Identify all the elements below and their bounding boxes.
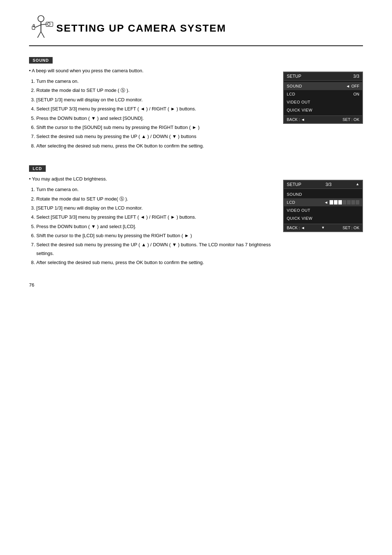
- sound-note: A beep will sound when you press the cam…: [29, 68, 272, 73]
- lcd-steps: Turn the camera on. Rotate the mode dial…: [29, 185, 272, 267]
- lcd-row-lcd: LCD ON: [284, 90, 362, 98]
- brightness-seg-empty: [351, 200, 355, 204]
- list-item: Rotate the mode dial to SET UP mode( Ⓢ︎ …: [36, 195, 272, 203]
- list-item: Press the DOWN button ( ▼ ) and select […: [36, 222, 272, 231]
- lcd-note: You may adjust the LCD brightness.: [29, 176, 272, 182]
- lcd-row-label: VIDEO OUT: [287, 100, 359, 104]
- lcd-footer: BACK : ◄ SET : OK: [284, 116, 362, 123]
- lcd-section: LCD You may adjust the LCD brightness. T…: [29, 165, 363, 268]
- sound-instructions: A beep will sound when you press the cam…: [29, 68, 272, 151]
- brightness-seg: [330, 200, 333, 204]
- list-item: Select [SETUP 3/3] menu by pressing the …: [36, 213, 272, 221]
- lcd-left-arrow: ◄: [346, 84, 350, 88]
- lcd-header2: SETUP 3/3 ▲: [284, 181, 362, 189]
- list-item: Select the desired sub menu by pressing …: [36, 240, 272, 258]
- lcd-header-page: 3/3: [353, 74, 359, 79]
- brightness-seg-empty: [347, 200, 351, 204]
- lcd-left-arrow2: ◄: [324, 200, 328, 204]
- list-item: Press the DOWN button ( ▼ ) and select […: [36, 114, 272, 122]
- brightness-bar: [330, 200, 359, 204]
- lcd-row-lcd2: LCD ◄: [284, 198, 362, 206]
- sound-content: A beep will sound when you press the cam…: [29, 68, 363, 151]
- brightness-seg: [338, 200, 342, 204]
- brightness-seg-empty: [343, 200, 346, 204]
- svg-point-0: [38, 16, 44, 22]
- lcd-content: You may adjust the LCD brightness. Turn …: [29, 176, 363, 268]
- list-item: Select [SETUP 3/3] menu by pressing the …: [36, 105, 272, 113]
- list-item: Shift the cursor to the [SOUND] sub menu…: [36, 123, 272, 131]
- lcd-back: BACK : ◄: [287, 117, 305, 122]
- lcd-row-videoout: VIDEO OUT: [284, 98, 362, 106]
- lcd-row-sound2: SOUND: [284, 190, 362, 198]
- lcd-set: SET : OK: [343, 117, 359, 122]
- lcd-lcd-screen: SETUP 3/3 ▲ SOUND LCD ◄: [283, 180, 363, 232]
- brightness-seg-empty: [356, 200, 359, 204]
- lcd-down-arrow-icon: ▼: [321, 226, 325, 230]
- lcd-row-label: SOUND: [287, 192, 359, 197]
- sound-lcd-screen: SETUP 3/3 SOUND ◄ OFF LCD ON VIDEO OUT Q…: [283, 72, 363, 124]
- lcd-set2: SET : OK: [343, 226, 359, 230]
- list-item: [SETUP 1/3] menu will display on the LCD…: [36, 96, 272, 104]
- list-item: Shift the cursor to the [LCD] sub menu b…: [36, 231, 272, 240]
- sound-section: SOUND A beep will sound when you press t…: [29, 57, 363, 151]
- lcd-header-label2: SETUP: [287, 182, 301, 187]
- svg-line-5: [41, 32, 44, 38]
- svg-rect-9: [33, 24, 34, 27]
- lcd-row-videoout2: VIDEO OUT: [284, 206, 362, 214]
- lcd-row-label: QUICK VIEW: [287, 108, 359, 112]
- lcd-row-quickview: QUICK VIEW: [284, 106, 362, 114]
- lcd-value-off: OFF: [351, 84, 359, 88]
- lcd-row-sound: SOUND ◄ OFF: [284, 82, 362, 90]
- lcd-header-label: SETUP: [287, 74, 301, 79]
- lcd-body2: SOUND LCD ◄ VIDEO OUT: [284, 189, 362, 224]
- lcd-header: SETUP 3/3: [284, 72, 362, 81]
- lcd-value-on: ON: [354, 92, 360, 96]
- lcd-row-label: LCD: [287, 200, 323, 204]
- page-header: SETTING UP CAMERA SYSTEM: [29, 15, 363, 46]
- lcd-back2: BACK : ◄: [287, 226, 305, 230]
- header-icon: [29, 15, 56, 42]
- lcd-section-label: LCD: [29, 165, 46, 172]
- list-item: Select the desired sub menu by pressing …: [36, 132, 272, 141]
- brightness-seg: [334, 200, 338, 204]
- up-arrow-icon: ▲: [356, 182, 359, 187]
- sound-steps: Turn the camera on. Rotate the mode dial…: [29, 77, 272, 150]
- lcd-row-label: LCD: [287, 92, 354, 96]
- lcd-row-label: VIDEO OUT: [287, 208, 359, 212]
- lcd-row-label: SOUND: [287, 84, 344, 88]
- list-item: Turn the camera on.: [36, 185, 272, 194]
- svg-point-7: [48, 23, 50, 26]
- list-item: After selecting the desired sub menu, pr…: [36, 258, 272, 267]
- svg-line-4: [37, 32, 41, 38]
- list-item: [SETUP 1/3] menu will display on the LCD…: [36, 204, 272, 212]
- lcd-instructions: You may adjust the LCD brightness. Turn …: [29, 176, 272, 268]
- page-title: SETTING UP CAMERA SYSTEM: [56, 23, 226, 34]
- svg-line-2: [35, 25, 41, 28]
- sound-label: SOUND: [29, 57, 53, 64]
- lcd-body: SOUND ◄ OFF LCD ON VIDEO OUT QUICK VIEW: [284, 81, 362, 116]
- lcd-row-quickview2: QUICK VIEW: [284, 214, 362, 222]
- list-item: Rotate the mode dial to SET UP mode ( Ⓢ︎…: [36, 86, 272, 94]
- page-number: 76: [29, 282, 363, 288]
- lcd-header-page2: 3/3: [326, 182, 332, 187]
- lcd-row-label: QUICK VIEW: [287, 216, 359, 220]
- list-item: Turn the camera on.: [36, 77, 272, 85]
- list-item: After selecting the desired sub menu, pr…: [36, 142, 272, 150]
- lcd-footer2: BACK : ◄ ▼ SET : OK: [284, 224, 362, 231]
